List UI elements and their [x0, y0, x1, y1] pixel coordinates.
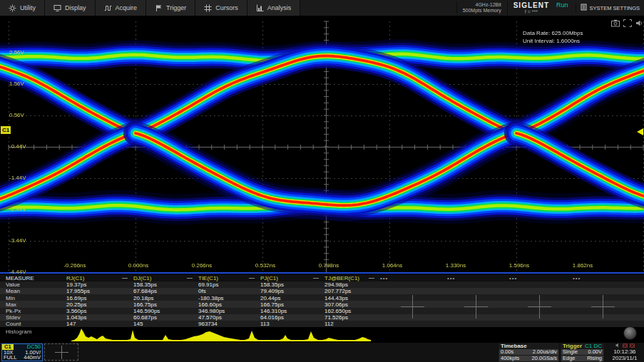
- measure-row-label: Min: [6, 295, 15, 301]
- add-measurement-button[interactable]: [590, 294, 616, 320]
- fullscreen-icon[interactable]: [623, 17, 632, 30]
- column-separator-dash: [187, 278, 193, 279]
- measure-value: 20.25ps: [66, 301, 86, 308]
- x-axis-label: -0.266ns: [63, 262, 86, 269]
- usb-disconnected-icon: [623, 343, 628, 348]
- trigger-level-marker[interactable]: [637, 128, 643, 135]
- measure-value: 19.37ps: [66, 281, 86, 288]
- scope-spec: 4GHz-12Bit 500Mpts Memory: [456, 2, 507, 14]
- menu-trigger-label: Trigger: [166, 4, 186, 11]
- column-separator-dash: [313, 278, 319, 279]
- tie-histogram: [0, 325, 644, 343]
- menu-analysis[interactable]: Analysis: [247, 0, 301, 16]
- measure-value: 146.310ps: [260, 308, 287, 314]
- camera-icon[interactable]: [611, 17, 620, 30]
- trigger-frequency-readout: f = ***: [513, 9, 549, 15]
- add-measurement-button[interactable]: [526, 294, 553, 320]
- flag-icon: [155, 4, 163, 12]
- timebase-points: 400kpts: [501, 356, 519, 361]
- measure-value: 20.44ps: [260, 295, 280, 301]
- x-axis-label: 1.330ns: [446, 262, 466, 269]
- table-row-stripe: [0, 274, 644, 281]
- menu-utility-label: Utility: [20, 4, 36, 11]
- column-separator-dash: [249, 278, 255, 279]
- measure-value: 1.043ps: [66, 314, 86, 321]
- measure-row-label: Value: [6, 281, 20, 288]
- measure-column-header[interactable]: RJ(C1): [66, 275, 84, 281]
- acquire-icon: [104, 4, 112, 12]
- menu-trigger[interactable]: Trigger: [146, 0, 195, 16]
- empty-measure-slot-header[interactable]: •••: [380, 275, 388, 281]
- timebase-sample-rate: 20.0GSa/s: [532, 356, 557, 361]
- eye-diagram-display: [0, 16, 644, 273]
- measure-value: 346.980ps: [198, 308, 225, 314]
- system-settings-button[interactable]: SYSTEM SETTINGS: [576, 4, 644, 12]
- menu-analysis-label: Analysis: [267, 4, 292, 11]
- y-axis-label: -1.44V: [9, 175, 26, 181]
- spec-bandwidth: 4GHz-12Bit: [463, 2, 501, 8]
- measure-value: 79.409ps: [260, 288, 284, 294]
- measure-value: 69.91ps: [198, 281, 218, 288]
- measure-value: 158.35ps: [133, 281, 157, 288]
- y-axis-label: -0.44V: [9, 143, 26, 150]
- measure-column-header[interactable]: PJ(C1): [260, 275, 278, 281]
- measure-row-label: Mean: [6, 288, 20, 294]
- clock-date: 2023/11/1: [605, 355, 644, 361]
- run-status[interactable]: Run: [555, 1, 576, 14]
- measure-value: 64.016ps: [260, 314, 284, 321]
- channel-offset: 440mV: [24, 355, 41, 361]
- y-axis-label: -2.44V: [9, 206, 26, 212]
- timebase-panel[interactable]: Timebase 0.00s 2.00us/div 400kpts 20.0GS…: [499, 343, 559, 362]
- menu-display[interactable]: Display: [45, 0, 96, 16]
- measure-value: 16.69ps: [66, 295, 86, 301]
- measure-row-label: Max: [6, 301, 16, 308]
- nav-knob[interactable]: [623, 326, 637, 340]
- plus-icon: [53, 343, 71, 361]
- unit-interval-readout: Unit Interval: 1.6000ns: [523, 37, 583, 45]
- column-separator-dash: [369, 278, 374, 279]
- measure-panel-title: MEASURE: [6, 275, 34, 281]
- x-axis-label: 0.266ns: [192, 262, 212, 269]
- menu-utility[interactable]: Utility: [0, 0, 45, 16]
- measure-value: 294.98ps: [324, 281, 348, 288]
- trigger-panel[interactable]: Trigger C1 DC Single 0.00V Edge Rising: [561, 343, 604, 362]
- menu-display-label: Display: [65, 4, 86, 11]
- empty-measure-slot-header[interactable]: •••: [573, 275, 581, 281]
- menu-acquire[interactable]: Acquire: [96, 0, 147, 16]
- timebase-scale: 2.00us/div: [533, 349, 557, 355]
- speaker-icon[interactable]: [635, 17, 644, 30]
- add-channel-button[interactable]: [44, 343, 78, 361]
- empty-measure-slot-header[interactable]: •••: [509, 275, 517, 281]
- channel-c1-box[interactable]: C1 DC50 10X 1.00V/ FULL 440mV: [1, 343, 43, 361]
- oscilloscope-screen: Utility Display Acquire Trigger Cursors …: [0, 0, 644, 362]
- measure-value: 166.75ps: [133, 301, 157, 308]
- table-row-stripe: [0, 281, 644, 288]
- menu-cursors[interactable]: Cursors: [195, 0, 247, 16]
- data-rate-readout: Data Rate: 625.00Mbps: [523, 29, 583, 37]
- x-axis-label: 0.532ns: [255, 262, 275, 269]
- channel-bandwidth: FULL: [4, 355, 16, 361]
- brand-logo: SIGLENT: [513, 1, 549, 9]
- clock-box[interactable]: 10:12:36 2023/11/1: [605, 343, 644, 362]
- trigger-type: Edge: [563, 356, 576, 361]
- add-measurement-button[interactable]: [463, 294, 489, 320]
- system-settings-label: SYSTEM SETTINGS: [590, 5, 640, 11]
- serial-info-readout: Data Rate: 625.00Mbps Unit Interval: 1.6…: [523, 29, 583, 45]
- measure-value: 207.772ps: [324, 288, 351, 294]
- measure-column-header[interactable]: DJ(C1): [133, 275, 151, 281]
- empty-measure-slot-header[interactable]: •••: [447, 275, 455, 281]
- channel-level-marker[interactable]: C1: [1, 126, 11, 134]
- measure-value: 144.43ps: [324, 295, 348, 301]
- plot-bottom-border: [0, 272, 644, 274]
- x-axis-label: 1.862ns: [573, 262, 593, 269]
- y-axis-label: -3.44V: [9, 237, 26, 244]
- trigger-mode: Single: [563, 349, 578, 355]
- menu-acquire-label: Acquire: [116, 4, 138, 11]
- measure-value: 47.570ps: [198, 314, 222, 321]
- measure-value: 162.650ps: [324, 308, 351, 314]
- add-measurement-button[interactable]: [399, 294, 426, 320]
- measure-column-header[interactable]: TIE(C1): [198, 275, 218, 281]
- measure-column-header[interactable]: TJ@BER(C1): [324, 275, 359, 281]
- measure-value: 71.526ps: [324, 314, 348, 321]
- cursors-icon: [204, 4, 212, 12]
